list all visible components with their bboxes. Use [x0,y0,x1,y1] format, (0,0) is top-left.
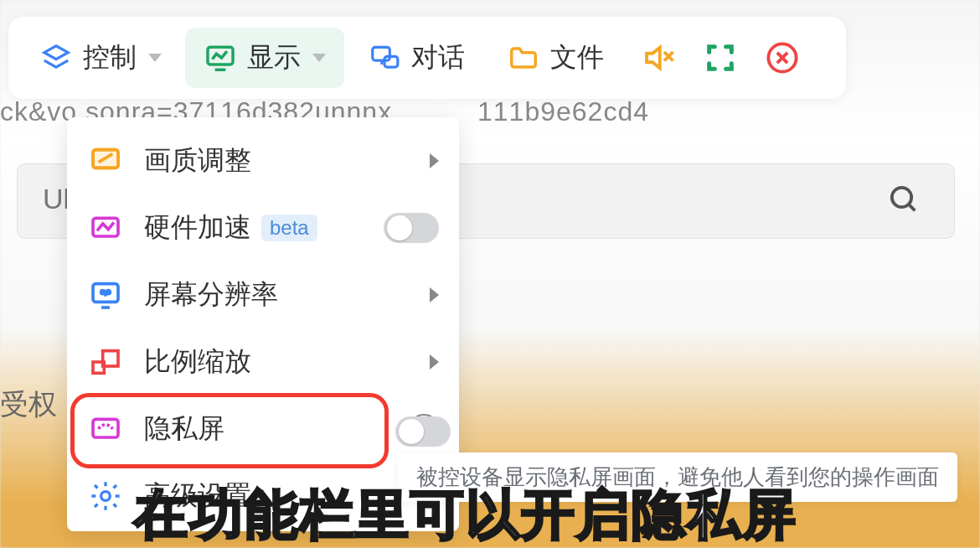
dd-scale[interactable]: 比例缩放 [67,328,459,395]
resolution-icon [87,277,124,313]
privacy-screen-icon [87,411,124,447]
chevron-right-icon [430,153,439,168]
toolbar-display-label: 显示 [247,39,301,76]
chat-icon [368,41,401,75]
hwaccel-icon [87,209,124,246]
svg-marker-2 [44,46,69,59]
monitor-chart-icon [204,41,237,75]
folder-icon [507,41,540,75]
dd-hwaccel-label: 硬件加速 [144,209,251,246]
dd-privacy-label: 隐私屏 [144,411,224,447]
toolbar-chat-label: 对话 [411,39,465,76]
chevron-right-icon [430,287,439,302]
toolbar-chat[interactable]: 对话 [349,28,483,88]
search-icon[interactable] [887,183,921,220]
svg-point-0 [892,188,911,207]
svg-rect-15 [93,150,118,168]
dd-scale-label: 比例缩放 [144,344,251,380]
chevron-down-icon [148,54,162,62]
quality-icon [87,142,124,179]
privacy-toggle[interactable] [395,416,451,447]
bg-text-ul: Ul [43,183,70,215]
svg-rect-23 [93,419,118,437]
chevron-down-icon [312,54,326,62]
dd-hwaccel[interactable]: 硬件加速 beta [67,194,459,261]
scale-icon [87,344,124,380]
toolbar-file-label: 文件 [550,39,604,76]
svg-marker-7 [647,48,660,69]
close-button[interactable] [761,37,803,79]
toolbar-control[interactable]: 控制 [21,28,180,88]
gear-icon [87,478,124,514]
dd-resolution[interactable]: 屏幕分辨率 [67,261,459,328]
layers-icon [39,41,73,75]
toolbar-file[interactable]: 文件 [488,28,622,88]
svg-point-20 [106,291,110,294]
toolbar-display[interactable]: 显示 [185,28,344,88]
dd-quality-label: 画质调整 [144,142,251,179]
fullscreen-button[interactable] [699,37,741,79]
dd-resolution-label: 屏幕分辨率 [144,277,278,313]
dd-quality[interactable]: 画质调整 [67,127,459,194]
video-caption: 在功能栏里可以开启隐私屏 [134,478,797,548]
bg-url-fragment-right: 111b9e62cd4 [477,96,649,127]
hwaccel-toggle[interactable] [384,213,439,243]
svg-point-19 [101,291,105,294]
beta-badge: beta [261,215,317,241]
mute-button[interactable] [637,37,679,79]
toolbar-control-label: 控制 [83,39,137,76]
svg-line-1 [909,204,916,211]
toolbar: 控制 显示 对话 文件 [8,17,846,99]
svg-point-24 [101,492,111,501]
svg-rect-5 [373,47,390,60]
chevron-right-icon [430,354,439,370]
